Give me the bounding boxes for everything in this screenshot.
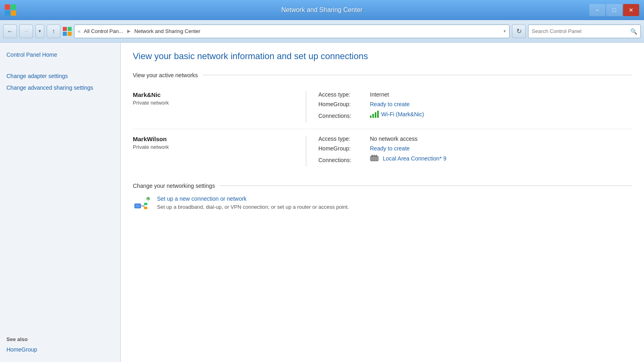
wifi-bar-3 — [375, 112, 376, 118]
svg-rect-13 — [374, 160, 375, 161]
path-chevron[interactable]: ▾ — [504, 29, 506, 34]
window-title: Network and Sharing Center — [281, 6, 363, 14]
wifi-bar-1 — [370, 115, 372, 118]
networking-settings-title: Change your networking settings — [133, 183, 215, 189]
minimize-button[interactable]: − — [589, 4, 605, 16]
access-type-value-2: No network access — [370, 136, 417, 142]
access-type-label-1: Access type: — [318, 91, 367, 98]
network-info-marknic: Mark&Nic Private network — [133, 91, 294, 122]
svg-rect-1 — [11, 4, 16, 10]
close-button[interactable]: ✕ — [623, 4, 639, 16]
homegroup-link-2[interactable]: Ready to create — [370, 145, 410, 152]
connections-row-2: Connections: — [318, 155, 632, 163]
active-networks-title: View your active networks — [133, 72, 198, 78]
page-title: View your basic network information and … — [133, 51, 632, 62]
wifi-icon — [370, 111, 379, 118]
network-info-markwilson: MarkWilson Private network — [133, 136, 294, 167]
setting-item-new-connection: + Set up a new connection or network Set… — [133, 195, 632, 213]
connections-row-1: Connections: Wi-Fi (Mark&Nic) — [318, 111, 632, 119]
network-name-marknic: Mark&Nic — [133, 91, 286, 98]
refresh-button[interactable]: ↻ — [512, 25, 526, 38]
setting-text-new-connection: Set up a new connection or network Set u… — [157, 195, 632, 211]
network-type-marknic: Private network — [133, 100, 286, 106]
new-connection-desc: Set up a broadband, dial-up, or VPN conn… — [157, 204, 349, 210]
sidebar-item-control-panel-home[interactable]: Control Panel Home — [6, 51, 114, 59]
back-button[interactable]: ← — [3, 25, 17, 38]
networking-settings-line — [220, 185, 632, 186]
access-type-row-2: Access type: No network access — [318, 136, 632, 142]
homegroup-row-1: HomeGroup: Ready to create — [318, 101, 632, 107]
access-type-label-2: Access type: — [318, 136, 367, 142]
active-networks-header: View your active networks — [133, 72, 632, 78]
search-input[interactable] — [532, 28, 630, 34]
app-icon — [5, 4, 16, 16]
connection-link-1[interactable]: Wi-Fi (Mark&Nic) — [381, 111, 424, 117]
path-prefix: « — [78, 28, 80, 34]
new-connection-link[interactable]: Set up a new connection or network — [157, 195, 632, 202]
forward-icon: → — [23, 28, 29, 35]
homegroup-link-1[interactable]: Ready to create — [370, 101, 410, 107]
path-current: Network and Sharing Center — [134, 28, 200, 34]
network-details-markwilson: Access type: No network access HomeGroup… — [318, 136, 632, 167]
address-path[interactable]: « All Control Pan... ▶ Network and Shari… — [74, 25, 510, 38]
connections-label-1: Connections: — [318, 113, 367, 119]
networks-container: Mark&Nic Private network Access type: In… — [133, 85, 632, 173]
forward-button[interactable]: → — [19, 25, 33, 38]
active-networks-line — [203, 75, 632, 75]
svg-rect-5 — [68, 27, 72, 31]
up-button[interactable]: ↑ — [47, 25, 60, 38]
sidebar-item-change-sharing[interactable]: Change advanced sharing settings — [6, 84, 114, 92]
svg-rect-6 — [63, 32, 67, 36]
homegroup-row-2: HomeGroup: Ready to create — [318, 145, 632, 152]
svg-rect-10 — [374, 155, 375, 157]
networking-settings-header: Change your networking settings — [133, 183, 632, 189]
connection-link-2[interactable]: Local Area Connection* 9 — [383, 155, 446, 162]
search-box[interactable]: 🔍 — [528, 25, 641, 38]
homegroup-label-2: HomeGroup: — [318, 145, 367, 152]
network-type-markwilson: Private network — [133, 144, 286, 150]
title-bar-left — [5, 4, 16, 16]
path-all[interactable]: All Control Pan... — [84, 28, 123, 34]
svg-rect-2 — [5, 10, 10, 16]
svg-rect-3 — [11, 10, 16, 16]
sidebar-item-change-adapter[interactable]: Change adapter settings — [6, 72, 114, 80]
sidebar-item-homegroup[interactable]: HomeGroup — [6, 346, 37, 353]
up-icon: ↑ — [52, 28, 55, 35]
network-setup-svg: + — [133, 195, 151, 213]
refresh-icon: ↻ — [516, 27, 522, 35]
network-row-2: MarkWilson Private network Access type: … — [133, 129, 632, 173]
window-controls: − □ ✕ — [589, 4, 639, 16]
back-icon: ← — [7, 28, 13, 35]
network-details-marknic: Access type: Internet HomeGroup: Ready t… — [318, 91, 632, 122]
ethernet-icon — [370, 155, 379, 162]
svg-rect-7 — [68, 32, 72, 36]
svg-rect-12 — [371, 160, 373, 161]
access-type-row-1: Access type: Internet — [318, 91, 632, 98]
connection-icon-link-2: Local Area Connection* 9 — [370, 155, 446, 162]
connection-icon-link-1: Wi-Fi (Mark&Nic) — [370, 111, 424, 118]
svg-rect-14 — [376, 160, 378, 161]
wifi-bar-4 — [377, 111, 379, 118]
svg-rect-4 — [63, 27, 67, 31]
network-setup-icon: + — [133, 195, 151, 213]
svg-rect-9 — [372, 155, 373, 157]
maximize-button[interactable]: □ — [606, 4, 622, 16]
access-type-value-1: Internet — [370, 91, 389, 98]
dropdown-button[interactable]: ▾ — [35, 25, 44, 38]
search-icon[interactable]: 🔍 — [630, 28, 637, 35]
address-bar-icon — [63, 27, 72, 36]
see-also-title: See also — [6, 336, 114, 342]
network-row: Mark&Nic Private network Access type: In… — [133, 85, 632, 129]
svg-text:+: + — [147, 197, 149, 201]
path-separator-icon: ▶ — [127, 29, 130, 34]
networking-settings-section: Change your networking settings — [133, 183, 632, 213]
sidebar-spacer-2 — [6, 342, 114, 346]
main-container: Control Panel Home Change adapter settin… — [0, 43, 644, 362]
dropdown-icon: ▾ — [39, 29, 41, 34]
svg-rect-0 — [5, 4, 10, 10]
network-divider-1 — [306, 91, 306, 122]
address-bar: ← → ▾ ↑ « All Control Pan... ▶ Network a… — [0, 20, 644, 43]
svg-rect-20 — [144, 207, 147, 209]
content-area: View your basic network information and … — [121, 43, 644, 362]
svg-rect-16 — [135, 204, 140, 208]
